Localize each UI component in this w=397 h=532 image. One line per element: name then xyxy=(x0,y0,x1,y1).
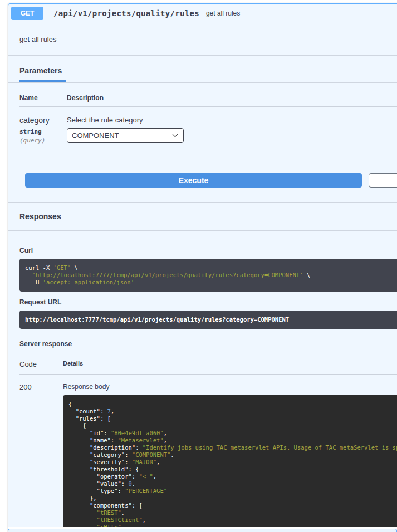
opblock-container: GET /api/v1/projects/quality/rules get a… xyxy=(0,0,397,532)
param-col-name-header: Name xyxy=(19,94,67,102)
param-col-description-header: Description xyxy=(67,94,397,102)
curl-label: Curl xyxy=(19,247,397,254)
parameters-tab-header: Parameters xyxy=(8,56,397,83)
status-code: 200 xyxy=(19,383,63,532)
code-header: Code xyxy=(19,360,63,368)
request-url-label: Request URL xyxy=(19,298,397,306)
request-url: http://localhost:7777/tcmp/api/v1/projec… xyxy=(19,311,397,329)
opblock-summary[interactable]: GET /api/v1/projects/quality/rules get a… xyxy=(8,4,397,23)
opblock-get-rules: GET /api/v1/projects/quality/rules get a… xyxy=(8,3,397,532)
parameters-table-head: Name Description xyxy=(19,83,397,107)
response-body: { "count": 7, "rules": [ { "id": "80e4e9… xyxy=(63,395,397,532)
parameter-type: string xyxy=(19,128,67,135)
server-response-table-head: Code Details xyxy=(19,352,397,375)
category-select[interactable]: COMPONENT xyxy=(67,128,184,143)
category-select-wrap: COMPONENT xyxy=(67,128,184,143)
parameter-name: category xyxy=(19,116,67,125)
parameters-table: Name Description category string (query)… xyxy=(8,83,397,170)
endpoint-path[interactable]: /api/v1/projects/quality/rules xyxy=(48,9,205,18)
execute-button[interactable]: Execute xyxy=(25,173,362,188)
server-response-row: 200 Response body { "count": 7, "rules":… xyxy=(19,375,397,532)
endpoint-summary-text: get all rules xyxy=(206,9,240,17)
parameter-row: category string (query) Select the rule … xyxy=(19,107,397,170)
response-body-label: Response body xyxy=(63,383,397,391)
http-method-badge: GET xyxy=(11,7,43,20)
curl-command: curl -X 'GET' \ 'http://localhost:7777/t… xyxy=(19,259,397,292)
endpoint-description: get all rules xyxy=(8,23,397,56)
parameter-description: Select the rule category xyxy=(67,116,397,124)
details-header: Details xyxy=(63,360,397,368)
responses-section-header: Responses xyxy=(8,202,397,231)
responses-inner: Curl curl -X 'GET' \ 'http://localhost:7… xyxy=(8,231,397,532)
tab-parameters[interactable]: Parameters xyxy=(19,66,66,82)
execute-row: Execute Clear xyxy=(8,170,397,202)
next-opblock-summary[interactable] xyxy=(8,529,397,532)
swagger-page: GET /api/v1/projects/quality/rules get a… xyxy=(0,0,397,532)
next-opblock-gap xyxy=(8,527,397,532)
responses-title: Responses xyxy=(19,212,61,221)
clear-button[interactable]: Clear xyxy=(369,173,397,188)
server-response-label: Server response xyxy=(19,340,397,348)
parameter-location: (query) xyxy=(19,137,67,144)
